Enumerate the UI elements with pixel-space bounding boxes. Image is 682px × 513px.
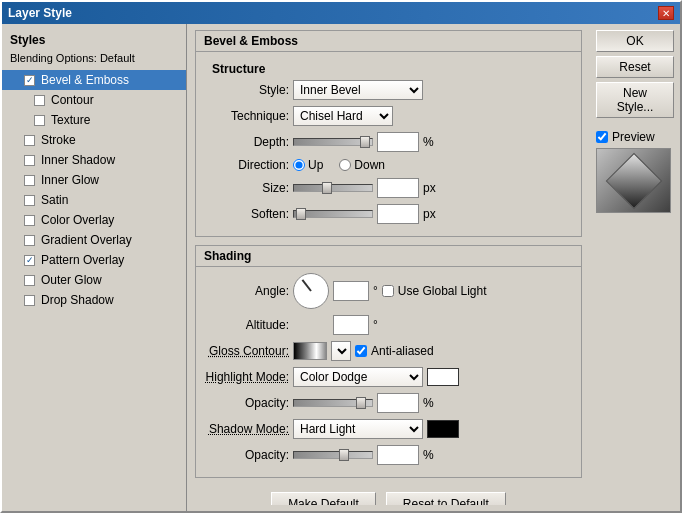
shading-header: Shading — [196, 246, 581, 267]
shadow-opacity-slider[interactable] — [293, 451, 373, 459]
gloss-contour-row: Gloss Contour: ▼ Anti-aliased — [204, 341, 573, 361]
sidebar-item-contour[interactable]: Contour — [2, 90, 186, 110]
highlight-color-swatch[interactable] — [427, 368, 459, 386]
direction-row: Direction: Up Down — [204, 158, 573, 172]
gloss-contour-preview[interactable] — [293, 342, 327, 360]
shading-title: Shading — [204, 249, 251, 263]
shadow-mode-select[interactable]: Hard Light — [293, 419, 423, 439]
style-label: Style: — [204, 83, 289, 97]
sidebar-item-gradient-overlay[interactable]: Gradient Overlay — [2, 230, 186, 250]
sidebar-label-stroke: Stroke — [41, 133, 76, 147]
style-select[interactable]: Inner Bevel Outer Bevel Emboss Pillow Em… — [293, 80, 423, 100]
sidebar-item-satin[interactable]: Satin — [2, 190, 186, 210]
sidebar-item-inner-shadow[interactable]: Inner Shadow — [2, 150, 186, 170]
checkbox-pattern-overlay[interactable]: ✓ — [24, 255, 35, 266]
depth-input[interactable]: 480 — [377, 132, 419, 152]
highlight-opacity-unit: % — [423, 396, 434, 410]
angle-label: Angle: — [204, 284, 289, 298]
preview-checkbox[interactable] — [596, 131, 608, 143]
shading-content: Angle: 142 ° Use Global Light Altitude: … — [196, 267, 581, 477]
styles-list: ✓Bevel & EmbossContourTextureStrokeInner… — [2, 70, 186, 310]
soften-input[interactable]: 0 — [377, 204, 419, 224]
checkbox-inner-shadow[interactable] — [24, 155, 35, 166]
checkbox-satin[interactable] — [24, 195, 35, 206]
size-row: Size: 24 px — [204, 178, 573, 198]
direction-up-item[interactable]: Up — [293, 158, 323, 172]
gloss-contour-label: Gloss Contour: — [204, 344, 289, 358]
sidebar-item-outer-glow[interactable]: Outer Glow — [2, 270, 186, 290]
sidebar-item-color-overlay[interactable]: Color Overlay — [2, 210, 186, 230]
reset-button[interactable]: Reset — [596, 56, 674, 78]
sidebar-label-texture: Texture — [51, 113, 90, 127]
checkbox-gradient-overlay[interactable] — [24, 235, 35, 246]
sidebar-label-drop-shadow: Drop Shadow — [41, 293, 114, 307]
sidebar-item-inner-glow[interactable]: Inner Glow — [2, 170, 186, 190]
preview-box — [596, 148, 671, 213]
sidebar-item-stroke[interactable]: Stroke — [2, 130, 186, 150]
preview-inner — [605, 152, 662, 209]
reset-to-default-button[interactable]: Reset to Default — [386, 492, 506, 505]
depth-thumb[interactable] — [360, 136, 370, 148]
angle-input[interactable]: 142 — [333, 281, 369, 301]
close-button[interactable]: ✕ — [658, 6, 674, 20]
shadow-opacity-row: Opacity: 61 % — [204, 445, 573, 465]
sidebar-label-pattern-overlay: Pattern Overlay — [41, 253, 124, 267]
size-thumb[interactable] — [322, 182, 332, 194]
ok-button[interactable]: OK — [596, 30, 674, 52]
structure-header: Structure — [204, 58, 573, 80]
layer-style-dialog: Layer Style ✕ Styles Blending Options: D… — [0, 0, 682, 513]
global-light-label: Use Global Light — [398, 284, 487, 298]
angle-dial[interactable] — [293, 273, 329, 309]
direction-down-item[interactable]: Down — [339, 158, 385, 172]
checkbox-contour[interactable] — [34, 95, 45, 106]
highlight-opacity-label: Opacity: — [204, 396, 289, 410]
preview-section: Preview — [596, 130, 674, 213]
direction-up-radio[interactable] — [293, 159, 305, 171]
checkbox-texture[interactable] — [34, 115, 45, 126]
sidebar-item-pattern-overlay[interactable]: ✓Pattern Overlay — [2, 250, 186, 270]
shadow-mode-row: Shadow Mode: Hard Light — [204, 419, 573, 439]
highlight-opacity-slider[interactable] — [293, 399, 373, 407]
soften-label: Soften: — [204, 207, 289, 221]
altitude-input[interactable]: 32 — [333, 315, 369, 335]
depth-row: Depth: 480 % — [204, 132, 573, 152]
sidebar-item-texture[interactable]: Texture — [2, 110, 186, 130]
shadow-mode-label: Shadow Mode: — [204, 422, 289, 436]
sidebar-item-drop-shadow[interactable]: Drop Shadow — [2, 290, 186, 310]
size-slider[interactable] — [293, 184, 373, 192]
depth-slider[interactable] — [293, 138, 373, 146]
shadow-opacity-input[interactable]: 61 — [377, 445, 419, 465]
size-input[interactable]: 24 — [377, 178, 419, 198]
checkbox-outer-glow[interactable] — [24, 275, 35, 286]
shading-section: Shading Angle: 142 ° Use Global Light — [195, 245, 582, 478]
direction-down-radio[interactable] — [339, 159, 351, 171]
highlight-opacity-thumb[interactable] — [356, 397, 366, 409]
preview-label-row: Preview — [596, 130, 674, 144]
new-style-button[interactable]: New Style... — [596, 82, 674, 118]
sidebar-label-inner-shadow: Inner Shadow — [41, 153, 115, 167]
gloss-contour-dropdown[interactable]: ▼ — [331, 341, 351, 361]
action-buttons-panel: OK Reset New Style... Preview — [590, 24, 680, 511]
sidebar-item-bevel-emboss[interactable]: ✓Bevel & Emboss — [2, 70, 186, 90]
sidebar-label-bevel-emboss: Bevel & Emboss — [41, 73, 129, 87]
global-light-checkbox[interactable] — [382, 285, 394, 297]
highlight-opacity-input[interactable]: 85 — [377, 393, 419, 413]
checkbox-color-overlay[interactable] — [24, 215, 35, 226]
anti-aliased-checkbox[interactable] — [355, 345, 367, 357]
highlight-opacity-row: Opacity: 85 % — [204, 393, 573, 413]
checkbox-stroke[interactable] — [24, 135, 35, 146]
main-content: Bevel & Emboss Structure Style: Inner Be… — [195, 30, 582, 505]
shadow-color-swatch[interactable] — [427, 420, 459, 438]
checkbox-drop-shadow[interactable] — [24, 295, 35, 306]
highlight-mode-select[interactable]: Color Dodge — [293, 367, 423, 387]
make-default-button[interactable]: Make Default — [271, 492, 376, 505]
shadow-opacity-thumb[interactable] — [339, 449, 349, 461]
soften-slider[interactable] — [293, 210, 373, 218]
direction-up-label: Up — [308, 158, 323, 172]
soften-thumb[interactable] — [296, 208, 306, 220]
left-panel: Styles Blending Options: Default ✓Bevel … — [2, 24, 187, 511]
direction-radio-group: Up Down — [293, 158, 385, 172]
checkbox-inner-glow[interactable] — [24, 175, 35, 186]
technique-select[interactable]: Smooth Chisel Hard Chisel Soft — [293, 106, 393, 126]
checkbox-bevel-emboss[interactable]: ✓ — [24, 75, 35, 86]
